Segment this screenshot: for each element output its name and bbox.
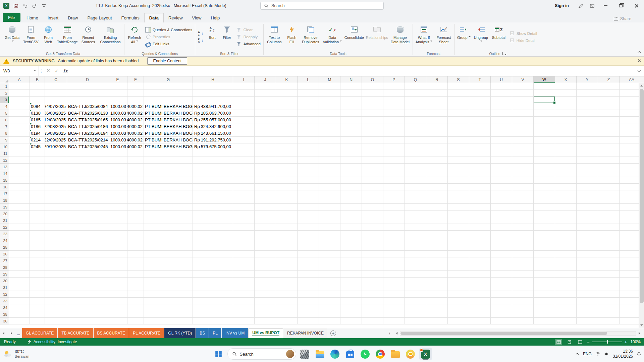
cell-Y27[interactable] xyxy=(577,257,598,264)
cell-M4[interactable] xyxy=(319,103,340,110)
cell-J33[interactable] xyxy=(255,298,276,304)
cell-F1[interactable] xyxy=(127,83,144,90)
cell-R5[interactable] xyxy=(426,110,448,117)
photo-thumbnail-icon[interactable] xyxy=(299,348,311,360)
cell-R14[interactable] xyxy=(426,170,448,177)
cell-X19[interactable] xyxy=(555,204,577,210)
cell-N34[interactable] xyxy=(340,304,362,311)
cell-R23[interactable] xyxy=(426,231,448,237)
cell-Y13[interactable] xyxy=(577,164,598,170)
cell-B11[interactable] xyxy=(30,150,45,157)
cell-D5[interactable]: BCA-TTJ/2025/0138 xyxy=(67,110,108,117)
cell-S19[interactable] xyxy=(448,204,469,210)
cell-Y34[interactable] xyxy=(577,304,598,311)
sheet-tab-pl[interactable]: PL xyxy=(209,328,221,338)
data-validation-button[interactable]: ✓✗ Data Validation xyxy=(322,23,343,51)
cell-P26[interactable] xyxy=(383,251,405,257)
cell-F26[interactable] xyxy=(127,251,144,257)
cell-K15[interactable] xyxy=(276,177,298,184)
cell-P15[interactable] xyxy=(383,177,405,184)
folder-icon[interactable] xyxy=(389,348,402,360)
cell-X21[interactable] xyxy=(555,217,577,224)
cell-N25[interactable] xyxy=(340,244,362,251)
cell-I33[interactable] xyxy=(233,298,255,304)
cell-R21[interactable] xyxy=(426,217,448,224)
cell-R11[interactable] xyxy=(426,150,448,157)
column-header-B[interactable]: B xyxy=(30,76,45,83)
cell-X24[interactable] xyxy=(555,237,577,244)
cell-A16[interactable] xyxy=(9,184,30,190)
cell-P23[interactable] xyxy=(383,231,405,237)
cell-O14[interactable] xyxy=(362,170,383,177)
cell-U1[interactable] xyxy=(491,83,512,90)
column-header-Z[interactable]: Z xyxy=(598,76,620,83)
page-break-view-button[interactable] xyxy=(576,339,584,345)
cell-G2[interactable] xyxy=(144,90,193,97)
cell-O2[interactable] xyxy=(362,90,383,97)
cell-K5[interactable] xyxy=(276,110,298,117)
cell-M17[interactable] xyxy=(319,190,340,197)
cell-M16[interactable] xyxy=(319,184,340,190)
cell-P20[interactable] xyxy=(383,210,405,217)
cell-B32[interactable] xyxy=(30,291,45,298)
sheet-nav-right-button[interactable] xyxy=(7,328,15,338)
cell-R1[interactable] xyxy=(426,83,448,90)
cell-N13[interactable] xyxy=(340,164,362,170)
cell-F31[interactable] xyxy=(127,284,144,291)
cell-D33[interactable] xyxy=(67,298,108,304)
scroll-down-icon[interactable] xyxy=(639,322,644,328)
cell-J36[interactable] xyxy=(255,318,276,324)
cell-U15[interactable] xyxy=(491,177,512,184)
cell-A23[interactable] xyxy=(9,231,30,237)
cell-C4[interactable]: 24/07/2025 xyxy=(45,103,67,110)
cell-Q24[interactable] xyxy=(405,237,426,244)
cell-C28[interactable] xyxy=(45,264,67,271)
cell-L24[interactable] xyxy=(298,237,319,244)
cell-F33[interactable] xyxy=(127,298,144,304)
cell-N17[interactable] xyxy=(340,190,362,197)
cell-D24[interactable] xyxy=(67,237,108,244)
cell-L35[interactable] xyxy=(298,311,319,318)
cell-L15[interactable] xyxy=(298,177,319,184)
cell-S13[interactable] xyxy=(448,164,469,170)
column-header-D[interactable]: D xyxy=(67,76,108,83)
group-button[interactable]: Group xyxy=(456,23,472,51)
cell-K9[interactable] xyxy=(276,137,298,143)
cell-H31[interactable] xyxy=(193,284,233,291)
queries-connections-button[interactable]: Queries & Connections xyxy=(144,26,194,34)
cell-M31[interactable] xyxy=(319,284,340,291)
row-header-10[interactable]: 10 xyxy=(0,143,9,150)
cell-T32[interactable] xyxy=(469,291,491,298)
cell-B34[interactable] xyxy=(30,304,45,311)
cell-D4[interactable]: BCA-TTJ/2025/0084 xyxy=(67,103,108,110)
cell-B9[interactable]: 0214 xyxy=(30,137,45,143)
cell-E33[interactable] xyxy=(108,298,127,304)
row-header-6[interactable]: 6 xyxy=(0,117,9,123)
cell-A30[interactable] xyxy=(9,278,30,284)
cell-X16[interactable] xyxy=(555,184,577,190)
cell-Z36[interactable] xyxy=(598,318,620,324)
cell-U4[interactable] xyxy=(491,103,512,110)
cell-S33[interactable] xyxy=(448,298,469,304)
cell-R32[interactable] xyxy=(426,291,448,298)
cell-K1[interactable] xyxy=(276,83,298,90)
cell-C11[interactable] xyxy=(45,150,67,157)
cell-Y6[interactable] xyxy=(577,117,598,123)
cell-W35[interactable] xyxy=(534,311,555,318)
cell-G1[interactable] xyxy=(144,83,193,90)
cell-G33[interactable] xyxy=(144,298,193,304)
cell-N31[interactable] xyxy=(340,284,362,291)
normal-view-button[interactable] xyxy=(555,339,562,345)
cell-R13[interactable] xyxy=(426,164,448,170)
cell-I16[interactable] xyxy=(233,184,255,190)
cell-F30[interactable] xyxy=(127,278,144,284)
cell-L7[interactable] xyxy=(298,123,319,130)
cell-Y35[interactable] xyxy=(577,311,598,318)
cell-Y28[interactable] xyxy=(577,264,598,271)
cell-Q28[interactable] xyxy=(405,264,426,271)
cell-H14[interactable] xyxy=(193,170,233,177)
cell-E29[interactable] xyxy=(108,271,127,278)
cell-A13[interactable] xyxy=(9,164,30,170)
cell-P13[interactable] xyxy=(383,164,405,170)
cell-U24[interactable] xyxy=(491,237,512,244)
